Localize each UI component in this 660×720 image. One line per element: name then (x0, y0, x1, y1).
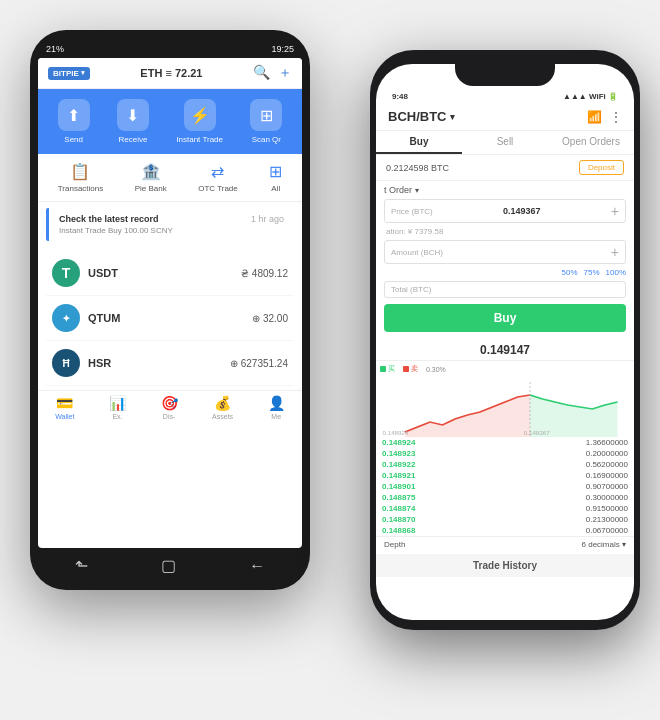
depth-label[interactable]: Depth (384, 540, 405, 549)
bitpie-logo[interactable]: BITPIE (48, 67, 90, 80)
tab-me[interactable]: 👤 Me (268, 395, 285, 420)
scan-qr-button[interactable]: ⊞ Scan Qr (250, 99, 282, 144)
chevron-down-icon[interactable]: ▾ (622, 540, 626, 549)
android-signal: 21% (46, 44, 64, 54)
tab-dis[interactable]: 🎯 Dis- (161, 395, 178, 420)
app-header: BITPIE ETH ≡ 72.21 🔍 ＋ (38, 58, 302, 89)
ob-row: 0.148875 0.30000000 (380, 492, 630, 503)
svg-text:0.149367: 0.149367 (524, 431, 550, 436)
me-icon: 👤 (268, 395, 285, 411)
wallet-icon: 💳 (56, 395, 73, 411)
trade-history-button[interactable]: Trade History (376, 554, 634, 577)
action-buttons: ⬆ Send ⬇ Receive ⚡ Instant Trade ⊞ Scan … (38, 89, 302, 154)
back-recent-icon[interactable]: ⬑ (75, 556, 88, 575)
current-price: 0.149147 (376, 340, 634, 361)
amount-plus-icon[interactable]: + (611, 244, 619, 260)
svg-marker-0 (405, 395, 530, 437)
instant-trade-icon: ⚡ (184, 99, 216, 131)
sell-dot (403, 366, 409, 372)
add-icon[interactable]: ＋ (278, 64, 292, 82)
tab-ex[interactable]: 📊 Ex. (109, 395, 126, 420)
token-item-usdt[interactable]: T USDT ₴ 4809.12 (46, 251, 294, 296)
android-nav: ⬑ ▢ ← (38, 548, 302, 579)
deposit-row: 0.2124598 BTC Deposit (376, 155, 634, 181)
transactions-nav[interactable]: 📋 Transactions (58, 162, 104, 193)
android-screen: BITPIE ETH ≡ 72.21 🔍 ＋ ⬆ Send ⬇ Receive (38, 58, 302, 548)
iphone-signal: ▲▲▲ WiFi 🔋 (563, 92, 618, 101)
tab-assets[interactable]: 💰 Assets (212, 395, 233, 420)
buy-button[interactable]: Buy (384, 304, 626, 332)
ob-row: 0.148874 0.91500000 (380, 503, 630, 514)
deposit-balance: 0.2124598 BTC (386, 163, 449, 173)
tab-open-orders[interactable]: Open Orders (548, 131, 634, 154)
otc-trade-nav[interactable]: ⇄ OTC Trade (198, 162, 238, 193)
tab-bar: 💳 Wallet 📊 Ex. 🎯 Dis- 💰 Assets 👤 (38, 390, 302, 422)
send-button[interactable]: ⬆ Send (58, 99, 90, 144)
decimals-label: 6 decimals ▾ (582, 540, 626, 549)
ex-icon: 📊 (109, 395, 126, 411)
ob-row: 0.148924 1.36600000 (380, 437, 630, 448)
depth-bar: Depth 6 decimals ▾ (376, 536, 634, 552)
ob-row: 0.148868 0.06700000 (380, 525, 630, 536)
android-status-bar: 21% 19:25 (38, 42, 302, 58)
receive-button[interactable]: ⬇ Receive (117, 99, 149, 144)
android-phone: 21% 19:25 BITPIE ETH ≡ 72.21 🔍 ＋ ⬆ Send (30, 30, 310, 590)
ob-row: 0.148901 0.90700000 (380, 481, 630, 492)
chart-area: 0.148924 0.149367 (380, 377, 630, 437)
iphone: 9:48 ▲▲▲ WiFi 🔋 BCH/BTC 📶 ⋮ Buy Sell Ope… (370, 50, 640, 630)
svg-text:0.148924: 0.148924 (383, 431, 409, 436)
order-type-selector[interactable]: t Order (384, 185, 626, 195)
ob-buy-rows: 0.148924 1.36600000 0.148923 0.20000000 … (376, 437, 634, 536)
iphone-notch (455, 64, 555, 86)
ob-row: 0.148922 0.56200000 (380, 459, 630, 470)
tab-sell[interactable]: Sell (462, 131, 548, 154)
scan-qr-icon: ⊞ (250, 99, 282, 131)
token-item-qtum[interactable]: ✦ QTUM ⊕ 32.00 (46, 296, 294, 341)
instant-trade-button[interactable]: ⚡ Instant Trade (176, 99, 223, 144)
pie-bank-nav[interactable]: 🏦 Pie Bank (135, 162, 167, 193)
ob-row: 0.148923 0.20000000 (380, 448, 630, 459)
price-plus-icon[interactable]: + (611, 203, 619, 219)
all-nav[interactable]: ⊞ All (269, 162, 282, 193)
amount-input-row: Amount (BCH) + (384, 240, 626, 264)
percent-75-button[interactable]: 75% (584, 268, 600, 277)
send-icon: ⬆ (58, 99, 90, 131)
tab-wallet[interactable]: 💳 Wallet (55, 395, 74, 420)
transactions-icon: 📋 (70, 162, 90, 181)
more-icon[interactable]: ⋮ (610, 110, 622, 124)
dis-icon: 🎯 (161, 395, 178, 411)
ob-row: 0.148870 0.21300000 (380, 514, 630, 525)
qtum-icon: ✦ (52, 304, 80, 332)
price-input-row: Price (BTC) 0.149367 + (384, 199, 626, 223)
token-item-hsr[interactable]: Ħ HSR ⊕ 627351.24 (46, 341, 294, 386)
trade-tabs: Buy Sell Open Orders (376, 131, 634, 155)
percent-change: 0.30% (426, 366, 446, 373)
assets-icon: 💰 (214, 395, 231, 411)
deposit-button[interactable]: Deposit (579, 160, 624, 175)
percent-buttons: 50% 75% 100% (384, 268, 626, 277)
all-icon: ⊞ (269, 162, 282, 181)
iphone-time: 9:48 (392, 92, 408, 101)
buy-dot (380, 366, 386, 372)
secondary-nav: 📋 Transactions 🏦 Pie Bank ⇄ OTC Trade ⊞ … (38, 154, 302, 202)
home-icon[interactable]: ▢ (161, 556, 176, 575)
legend-sell: 卖 (403, 364, 418, 374)
percent-50-button[interactable]: 50% (562, 268, 578, 277)
legend-buy: 买 (380, 364, 395, 374)
percent-100-button[interactable]: 100% (606, 268, 626, 277)
tab-buy[interactable]: Buy (376, 131, 462, 154)
scene: 21% 19:25 BITPIE ETH ≡ 72.21 🔍 ＋ ⬆ Send (10, 10, 650, 710)
header-icons: 🔍 ＋ (253, 64, 292, 82)
usdt-icon: T (52, 259, 80, 287)
pair-title[interactable]: BCH/BTC (388, 109, 455, 124)
trade-header: BCH/BTC 📶 ⋮ (376, 105, 634, 131)
hsr-icon: Ħ (52, 349, 80, 377)
chart-icon[interactable]: 📶 (587, 110, 602, 124)
notification-bar[interactable]: Check the latest record 1 hr ago Instant… (46, 208, 294, 241)
trade-header-icons: 📶 ⋮ (587, 110, 622, 124)
search-icon[interactable]: 🔍 (253, 64, 270, 82)
back-icon[interactable]: ← (249, 557, 265, 575)
iphone-screen: 9:48 ▲▲▲ WiFi 🔋 BCH/BTC 📶 ⋮ Buy Sell Ope… (376, 64, 634, 620)
total-input-row: Total (BTC) (384, 281, 626, 298)
receive-icon: ⬇ (117, 99, 149, 131)
